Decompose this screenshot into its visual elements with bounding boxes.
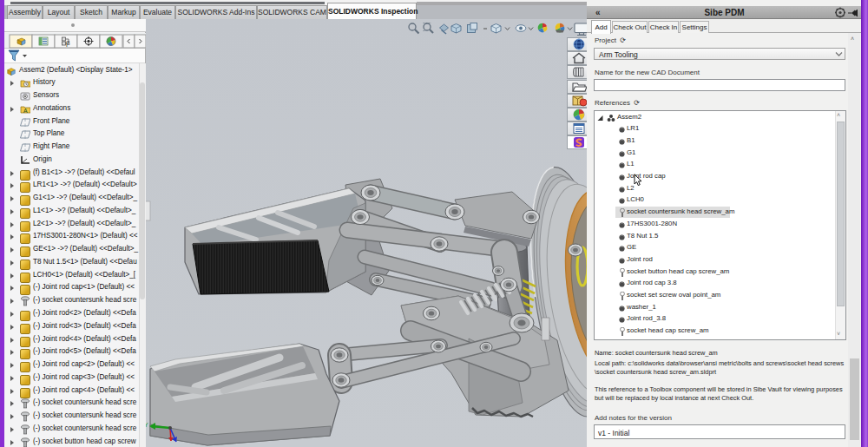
svg-text:A: A [23,107,28,113]
svg-text:β: β [66,39,70,47]
svg-text:Y: Y [146,422,148,428]
